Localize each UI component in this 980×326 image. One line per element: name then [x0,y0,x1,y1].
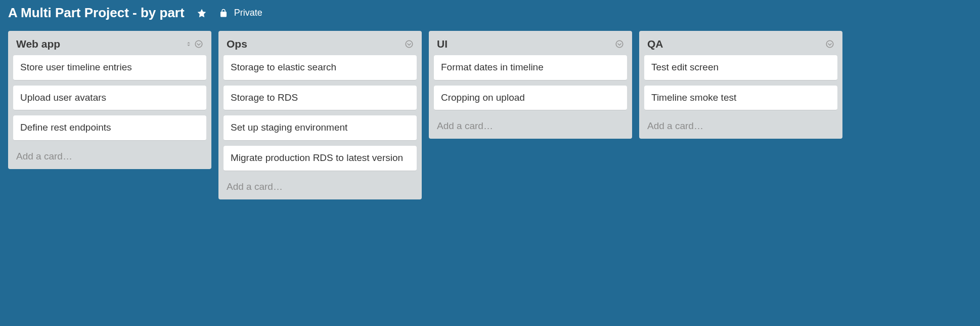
card[interactable]: Storage to elastic search [224,55,417,80]
board-title[interactable]: A Multi Part Project - by part [8,5,185,21]
list-title[interactable]: UI [437,38,448,50]
card[interactable]: Store user timeline entries [13,55,206,80]
list-header: UI [434,36,627,55]
chevron-down-circle-icon[interactable] [615,39,624,49]
card[interactable]: Cropping on upload [434,86,627,111]
lock-icon [219,9,228,18]
card[interactable]: Format dates in timeline [434,55,627,80]
list-header-icons [615,39,624,49]
svg-point-0 [195,40,202,48]
sort-icon[interactable] [185,40,192,48]
list-header: Ops [224,36,417,55]
svg-point-3 [826,40,833,48]
list-ui: UI Format dates in timeline Cropping on … [429,31,632,139]
list-header-icons [185,39,203,49]
card[interactable]: Migrate production RDS to latest version [224,146,417,171]
list-header-icons [825,39,834,49]
list-ops: Ops Storage to elastic search Storage to… [218,31,422,199]
card[interactable]: Set up staging environment [224,115,417,141]
board-header: A Multi Part Project - by part Private [0,0,980,25]
add-card-button[interactable]: Add a card… [224,176,417,194]
card[interactable]: Define rest endpoints [13,115,206,141]
lists-container: Web app Store user timeline entries Uplo… [0,25,980,206]
svg-point-2 [616,40,623,48]
add-card-button[interactable]: Add a card… [13,146,206,164]
chevron-down-circle-icon[interactable] [825,39,834,49]
chevron-down-circle-icon[interactable] [194,39,203,49]
star-icon[interactable] [197,8,207,18]
list-header: Web app [13,36,206,55]
list-header-icons [405,39,414,49]
card[interactable]: Timeline smoke test [644,86,837,111]
list-title[interactable]: Ops [227,38,247,50]
privacy-button[interactable]: Private [219,8,262,18]
privacy-label: Private [234,8,262,18]
list-header: QA [644,36,837,55]
list-web-app: Web app Store user timeline entries Uplo… [8,31,211,169]
list-title[interactable]: QA [647,38,663,50]
chevron-down-circle-icon[interactable] [405,39,414,49]
card[interactable]: Upload user avatars [13,86,206,111]
svg-point-1 [406,40,413,48]
add-card-button[interactable]: Add a card… [644,115,837,134]
card[interactable]: Test edit screen [644,55,837,80]
card[interactable]: Storage to RDS [224,86,417,111]
list-qa: QA Test edit screen Timeline smoke test … [639,31,842,139]
list-title[interactable]: Web app [16,38,60,50]
add-card-button[interactable]: Add a card… [434,115,627,134]
